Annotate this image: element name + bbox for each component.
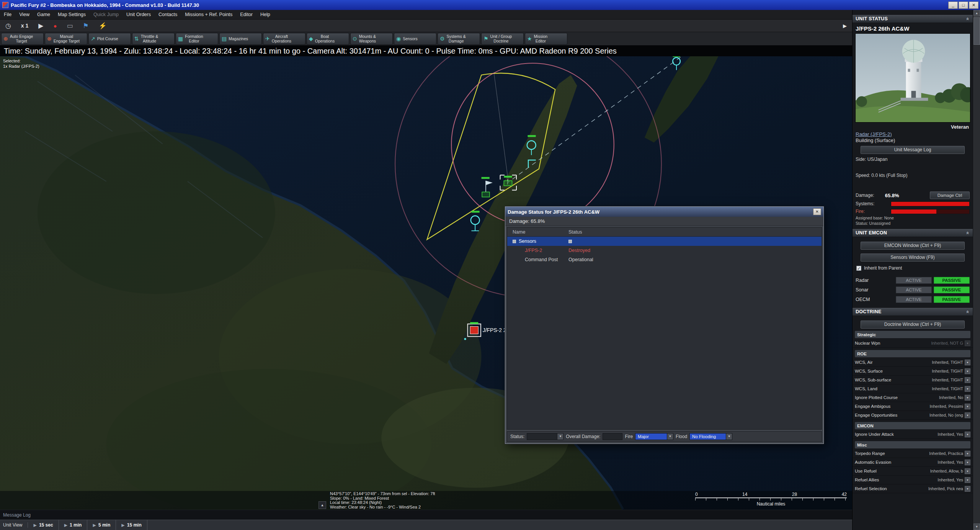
ribbon-button[interactable]: ▤ Magazines — [219, 33, 262, 45]
ribbon-button[interactable]: ✈ Aircraft Operations — [263, 33, 305, 45]
play-icon[interactable]: ▶ — [38, 23, 43, 29]
menu-item[interactable]: Map Settings — [54, 10, 90, 19]
record-icon[interactable]: ● — [53, 23, 57, 29]
dropdown-arrow-icon[interactable]: ▼ — [965, 368, 970, 374]
menu-item[interactable]: Quick Jump — [90, 10, 122, 19]
status-dropdown[interactable]: ▼ — [527, 433, 564, 440]
doctrine-header[interactable]: DOCTRINE « — [853, 308, 973, 316]
ribbon-button[interactable]: ↗ Plot Course — [88, 33, 131, 45]
doctrine-window-button[interactable]: Doctrine Window (Ctrl + F9) — [861, 321, 965, 329]
minimize-button[interactable]: _ — [948, 2, 958, 9]
lightning-icon[interactable]: ⚡ — [99, 23, 107, 29]
dropdown-arrow-icon[interactable]: ▼ — [965, 468, 970, 474]
sensors-window-button[interactable]: Sensors Window (F9) — [861, 254, 965, 262]
scroll-down-icon[interactable]: ▼ — [973, 523, 980, 530]
dropdown-arrow-icon[interactable]: ▼ — [557, 433, 563, 440]
emcon-row: OECM ACTIVE PASSIVE — [853, 294, 973, 304]
ribbon-button[interactable]: ⚑ Unit / Group Doctrine — [481, 33, 524, 45]
ribbon-button[interactable]: ⊕ Auto Engage Target — [1, 33, 44, 45]
dropdown-arrow-icon[interactable]: ▼ — [965, 486, 970, 492]
dropdown-arrow-icon[interactable]: ▼ — [965, 404, 970, 409]
ribbon-button[interactable]: ⇅ Throttle & Altitude — [132, 33, 175, 45]
damage-control-button[interactable]: Damage Ctrl — [930, 191, 970, 199]
collapse-chevron-icon[interactable]: « — [964, 232, 972, 235]
dropdown-arrow-icon[interactable]: ▼ — [965, 432, 970, 437]
dropdown-arrow-icon[interactable]: ▼ — [965, 412, 970, 418]
emcon-passive-button[interactable]: PASSIVE — [934, 286, 970, 293]
inherit-parent-checkbox[interactable]: ✓ — [856, 266, 861, 271]
emcon-window-button[interactable]: EMCON Window (Ctrl + F9) — [861, 242, 965, 250]
unit-emcon-header[interactable]: UNIT EMCON « — [853, 229, 973, 237]
menu-item[interactable]: Unit Orders — [122, 10, 155, 19]
doctrine-row: WCS, Land Inherited, TIGHT ▼ — [853, 384, 973, 393]
dialog-close-button[interactable]: ✕ — [813, 208, 821, 215]
view-mode-label[interactable]: Unit View — [3, 522, 28, 528]
dropdown-arrow-icon[interactable]: ▼ — [965, 377, 970, 383]
damage-status-dialog[interactable]: Damage Status for J/FPS-2 26th AC&W ✕ Da… — [505, 206, 824, 444]
dropdown-arrow-icon[interactable]: ▼ — [965, 360, 970, 365]
damage-table-row[interactable]: J/FPS-2 Destroyed — [507, 246, 822, 255]
maximize-button[interactable]: □ — [959, 2, 968, 9]
dropdown-arrow-icon[interactable]: ▼ — [965, 460, 970, 465]
ribbon-button[interactable]: ⚙ Systems & Damage — [438, 33, 480, 45]
damage-value: 65.8% — [885, 193, 899, 198]
emcon-active-button[interactable]: ACTIVE — [896, 286, 932, 293]
menu-item[interactable]: File — [0, 10, 15, 19]
overall-damage-field[interactable] — [603, 433, 622, 440]
title-bar[interactable]: Pacific Fury #2 - Bombeska on Hokkaido, … — [0, 0, 980, 10]
ribbon-button[interactable]: ◉ Sensors — [394, 33, 436, 45]
flag-icon[interactable]: ⚑ — [83, 23, 89, 29]
ribbon-button[interactable]: ◆ Boat Operations — [307, 33, 349, 45]
menu-item[interactable]: Contacts — [155, 10, 181, 19]
scroll-up-icon[interactable]: ▲ — [973, 10, 980, 16]
time-step-button[interactable]: ▶ 1 min — [59, 520, 88, 530]
dropdown-arrow-icon[interactable]: ▼ — [726, 433, 732, 440]
dropdown-arrow-icon[interactable]: ▼ — [965, 477, 970, 483]
scale-tick-label: 0 — [695, 492, 698, 497]
ribbon-button[interactable]: ⊙ Mounts & Weapons — [350, 33, 393, 45]
ribbon-button[interactable]: ⊗ Manual Engage Target — [45, 33, 87, 45]
menu-item[interactable]: Game — [33, 10, 54, 19]
emcon-active-button[interactable]: ACTIVE — [896, 277, 932, 284]
time-step-button[interactable]: ▶ 15 sec — [28, 520, 59, 530]
damage-table-row[interactable]: Command Post Operational — [507, 255, 822, 264]
emcon-active-button[interactable]: ACTIVE — [896, 296, 932, 303]
row-expander-icon[interactable] — [513, 240, 516, 243]
map-area[interactable]: J/FPS-2 26th Selected: 1x Radar (J/FPS-2… — [0, 56, 852, 510]
ribbon-button[interactable]: ★ Mission Editor — [525, 33, 567, 45]
unit-message-log-button[interactable]: Unit Message Log — [861, 146, 965, 154]
fire-dropdown[interactable]: Major ▼ — [635, 433, 673, 440]
step-icon[interactable]: ▭ — [67, 23, 73, 29]
menu-item[interactable]: Editor — [236, 10, 256, 19]
emcon-passive-button[interactable]: PASSIVE — [934, 296, 970, 303]
dropdown-arrow-icon[interactable]: ▼ — [965, 395, 970, 401]
menu-item[interactable]: View — [15, 10, 33, 19]
collapse-chevron-icon[interactable]: « — [964, 311, 972, 314]
flood-dropdown[interactable]: No Flooding ▼ — [689, 433, 732, 440]
dropdown-arrow-icon[interactable]: ▼ — [667, 433, 673, 440]
message-log-strip[interactable]: Message Log — [0, 510, 852, 520]
close-button[interactable]: ✕ — [969, 2, 978, 9]
dialog-title-bar[interactable]: Damage Status for J/FPS-2 26th AC&W ✕ — [505, 207, 823, 217]
damage-table-row[interactable]: Sensors — [507, 237, 822, 246]
toolbar-expand-arrow-icon[interactable]: ▶ — [843, 23, 847, 29]
menu-item[interactable]: Help — [256, 10, 274, 19]
ribbon-button[interactable]: ▦ Formation Editor — [176, 33, 218, 45]
dropdown-arrow-icon[interactable]: ▼ — [965, 386, 970, 392]
unit-type-link[interactable]: Radar (J/FPS-2) — [856, 131, 892, 137]
dropdown-arrow-icon[interactable]: ▼ — [965, 340, 970, 346]
ribbon-button-icon: ★ — [527, 36, 532, 42]
emcon-passive-button[interactable]: PASSIVE — [934, 277, 970, 284]
ribbon-button-label-line2: Target — [10, 39, 33, 43]
scrollbar-thumb[interactable] — [973, 17, 980, 45]
menu-item[interactable]: Missions + Ref. Points — [181, 10, 236, 19]
collapse-chevron-icon[interactable]: « — [964, 18, 972, 21]
unit-status-header[interactable]: UNIT STATUS « — [853, 15, 973, 23]
dropdown-arrow-icon[interactable]: ▼ — [965, 451, 970, 456]
time-step-button[interactable]: ▶ 5 min — [87, 520, 116, 530]
clock-icon[interactable]: ◷ — [5, 23, 11, 29]
time-step-button[interactable]: ▶ 15 min — [116, 520, 147, 530]
cursor-info-line: N43°57'10", E144°10'49" - 73nm from sel … — [330, 492, 435, 496]
vertical-scrollbar[interactable]: ▲ ▼ — [973, 10, 980, 530]
expand-panel-button[interactable]: ▲ — [318, 501, 326, 509]
